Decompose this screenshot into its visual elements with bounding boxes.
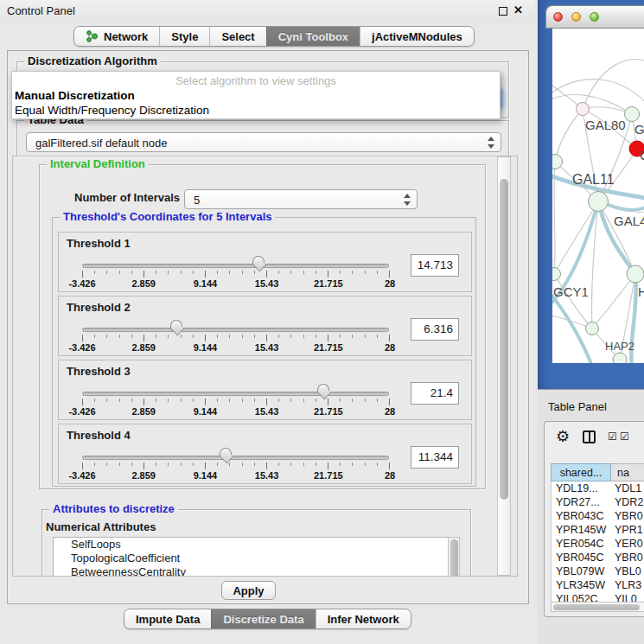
network-node[interactable] <box>625 107 640 122</box>
network-node[interactable] <box>552 268 561 281</box>
select-columns-icon[interactable]: ☑ <box>608 430 617 443</box>
apply-button[interactable]: Apply <box>221 581 276 600</box>
zoom-window-icon[interactable] <box>590 12 599 22</box>
settings-scrollbar[interactable] <box>497 156 511 576</box>
table-row[interactable]: YBL079WYBL0 <box>552 564 644 578</box>
table-row[interactable]: YPR145WYPR1 <box>552 523 644 537</box>
network-edge[interactable] <box>552 95 632 114</box>
tab-style[interactable]: Style <box>159 27 209 46</box>
table-cell: YLR345W <box>556 578 605 592</box>
group-title: Threshold's Coordinates for 5 Intervals <box>60 211 275 223</box>
slider-track[interactable] <box>82 456 389 460</box>
slider-scale: -3.4262.8599.14415.4321.71528 <box>82 342 390 354</box>
network-node[interactable] <box>627 265 644 283</box>
tab-select[interactable]: Select <box>209 27 265 46</box>
network-node-label: GAL80 <box>585 118 626 132</box>
table-cell: YLR3 <box>615 578 641 592</box>
network-edge[interactable] <box>583 60 644 109</box>
slider-thumb[interactable] <box>252 256 266 275</box>
threshold-value-field[interactable]: 21.4 <box>411 382 459 405</box>
attributes-scrollbar[interactable] <box>448 537 460 577</box>
table-row[interactable]: YIL052CYIL0 <box>552 592 644 602</box>
dropdown-option-equal-width-frequency[interactable]: Equal Width/Frequency Discretization <box>12 104 500 117</box>
tab-cyni-toolbox[interactable]: Cyni Toolbox <box>266 27 360 46</box>
table-row[interactable]: YBR043CYBR0 <box>552 509 644 523</box>
tab-label: jActiveMNodules <box>372 30 462 43</box>
tab-infer-network[interactable]: Infer Network <box>316 609 411 628</box>
table-row[interactable]: YBR045CYBR0 <box>552 551 644 564</box>
scrollbar-thumb[interactable] <box>500 179 508 500</box>
table-cell: YPR145W <box>556 523 606 537</box>
tab-impute-data[interactable]: Impute Data <box>124 609 211 628</box>
network-edge[interactable] <box>592 274 635 328</box>
slider-scale-label: 15.43 <box>255 406 279 417</box>
slider-track[interactable] <box>82 328 389 332</box>
close-window-icon[interactable] <box>553 12 563 22</box>
table-cell: YER0 <box>615 537 643 551</box>
settings-gear-icon[interactable]: ⚙ <box>556 427 570 446</box>
group-title: Discretization Algorithm <box>24 55 161 67</box>
tab-label: Impute Data <box>136 613 200 626</box>
table-data-combobox[interactable]: galFiltered.sif default node <box>26 132 501 152</box>
threshold-value-field[interactable]: 11.344 <box>411 446 459 469</box>
network-window-titlebar[interactable] <box>545 5 644 29</box>
table-row[interactable]: YDL19...YDL1 <box>552 481 644 495</box>
network-edge[interactable] <box>552 80 644 108</box>
number-of-intervals-combobox[interactable]: 5 <box>184 189 418 209</box>
slider-thumb[interactable] <box>170 320 184 339</box>
table-row[interactable]: YER054CYER0 <box>552 537 644 551</box>
minimize-window-icon[interactable] <box>571 12 581 22</box>
numerical-attribute-item[interactable]: BetweennessCentrality <box>54 565 448 577</box>
combobox-value: 5 <box>194 191 200 209</box>
slider-scale-label: 2.859 <box>131 278 156 289</box>
column-header-name[interactable]: na <box>611 463 644 481</box>
threshold-value-field[interactable]: 14.713 <box>411 254 459 277</box>
slider-scale-label: 21.715 <box>314 278 343 289</box>
slider-scale: -3.4262.8599.14415.4321.71528 <box>82 278 390 290</box>
tab-discretize-data[interactable]: Discretize Data <box>211 609 315 628</box>
dropdown-option-manual-discretization[interactable]: Manual Discretization <box>12 89 500 102</box>
network-canvas[interactable]: GAL80GACGAL11GAL4GCY1HHAP2 <box>552 29 644 363</box>
table-row[interactable]: YDR27...YDR2 <box>552 495 644 509</box>
float-window-icon[interactable] <box>499 7 507 16</box>
columns-icon[interactable] <box>583 430 596 443</box>
slider-thumb[interactable] <box>220 448 233 467</box>
tab-jactivemnodules[interactable]: jActiveMNodules <box>360 27 474 46</box>
slider-ticks <box>82 399 390 405</box>
table-cell: YDR27... <box>556 495 600 509</box>
network-node[interactable] <box>577 103 590 116</box>
select-rows-icon[interactable]: ☑ <box>620 430 629 443</box>
slider-scale-label: 2.859 <box>131 406 156 417</box>
threshold-label: Threshold 2 <box>67 301 131 314</box>
threshold-row-3: Threshold 3 -3.4262.8599.14415.4321.7152… <box>58 360 472 420</box>
slider-scale-label: 28 <box>385 470 395 481</box>
scrollbar-thumb[interactable] <box>553 604 640 610</box>
control-panel: Control Panel ✕ Network Style Select Cyn… <box>0 0 534 644</box>
scrollbar-thumb[interactable] <box>450 539 458 577</box>
tab-label: Style <box>171 30 198 43</box>
slider-thumb[interactable] <box>317 384 331 403</box>
threshold-value-field[interactable]: 6.316 <box>411 318 459 341</box>
network-edge[interactable] <box>554 274 592 328</box>
table-horizontal-scrollbar[interactable] <box>551 602 644 612</box>
network-node[interactable] <box>586 322 599 335</box>
column-header-shared-name[interactable]: shared... <box>551 463 611 481</box>
numerical-attribute-item[interactable]: SelfLoops <box>54 538 448 552</box>
slider-track[interactable] <box>82 392 389 396</box>
network-node[interactable] <box>589 192 609 212</box>
numerical-attribute-item[interactable]: TopologicalCoefficient <box>54 552 448 565</box>
panel-title: Control Panel <box>7 4 75 17</box>
table-row[interactable]: YLR345WYLR3 <box>552 578 644 592</box>
slider-scale-label: 15.43 <box>255 342 279 353</box>
close-panel-icon[interactable]: ✕ <box>513 3 523 16</box>
tab-network[interactable]: Network <box>74 27 159 46</box>
network-node-label: C <box>640 148 644 163</box>
slider-track[interactable] <box>82 264 389 268</box>
threshold-label: Threshold 4 <box>67 429 131 442</box>
threshold-label: Threshold 3 <box>67 365 131 378</box>
control-panel-titlebar: Control Panel ✕ <box>0 0 534 22</box>
tab-label: Cyni Toolbox <box>278 30 348 43</box>
slider-scale: -3.4262.8599.14415.4321.71528 <box>82 406 390 418</box>
network-edge[interactable] <box>555 109 583 162</box>
network-node[interactable] <box>613 353 627 363</box>
